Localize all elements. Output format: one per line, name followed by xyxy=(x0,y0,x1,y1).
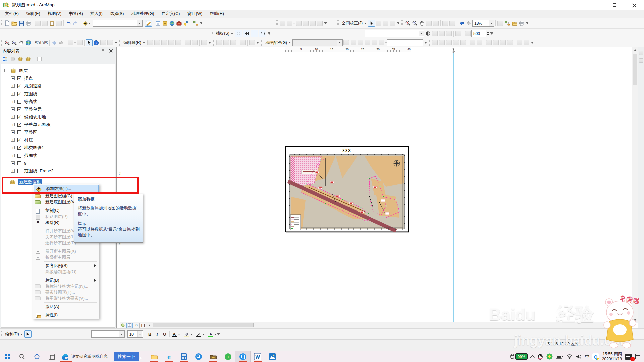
undo-icon[interactable] xyxy=(65,20,72,27)
layer-label[interactable]: 平整单元面积 xyxy=(24,122,50,128)
delete-icon[interactable] xyxy=(55,20,62,27)
notification-icon[interactable]: 3 xyxy=(625,354,632,360)
internet-explorer-button[interactable]: e xyxy=(162,351,176,362)
vertical-scrollbar[interactable] xyxy=(632,47,638,323)
layer-visibility-checkbox[interactable] xyxy=(17,130,21,134)
context-menu-item[interactable]: 属性(I)... xyxy=(33,312,99,318)
smooth-icon[interactable] xyxy=(438,39,445,46)
layout-pan-icon[interactable] xyxy=(418,20,425,27)
layer-row[interactable]: 等高线 xyxy=(1,98,115,105)
list-by-visibility-icon[interactable] xyxy=(17,56,24,62)
layer-label[interactable]: 规划道路 xyxy=(24,83,42,89)
fixed-zoom-in-icon[interactable] xyxy=(442,20,449,27)
volume-icon[interactable] xyxy=(576,354,582,359)
underline-button[interactable]: U xyxy=(161,330,168,338)
layer-group-row[interactable]: 图层 xyxy=(1,67,115,74)
expand-icon[interactable] xyxy=(11,146,15,149)
expand-icon[interactable] xyxy=(11,130,15,134)
georeferencing-layer-combo[interactable] xyxy=(292,39,343,46)
search-window-icon[interactable] xyxy=(168,20,175,27)
go-forward-extent-icon[interactable] xyxy=(465,20,472,27)
change-layout-icon[interactable] xyxy=(511,20,518,27)
battery-icon[interactable] xyxy=(556,354,563,359)
toolbar-overflow-icon[interactable] xyxy=(256,40,260,46)
layer-label[interactable]: 拐点 xyxy=(24,75,33,81)
edit-vertices-icon[interactable] xyxy=(191,39,198,46)
layer-label[interactable]: 平整单元 xyxy=(24,106,42,112)
contrast-icon[interactable] xyxy=(424,30,431,37)
edge-window-button[interactable]: 论文研究董明珠自恋 xyxy=(59,351,110,362)
topology-icon[interactable] xyxy=(279,20,286,27)
select-link-icon[interactable] xyxy=(350,39,357,46)
georeferencing-text-input[interactable] xyxy=(387,39,423,46)
point-snapping-toggle[interactable] xyxy=(235,30,242,37)
select-elements-icon[interactable] xyxy=(86,39,93,46)
table-of-contents-icon[interactable] xyxy=(154,20,161,27)
expand-icon[interactable] xyxy=(11,76,15,80)
menu-item[interactable]: 选择(S) xyxy=(106,10,128,18)
expand-icon[interactable] xyxy=(11,169,15,173)
zoom-in-icon[interactable] xyxy=(4,39,11,46)
autoregister-icon[interactable] xyxy=(357,39,364,46)
fixed-zoom-out-icon[interactable]: ⇲⇱ xyxy=(41,39,48,46)
menu-item[interactable]: 编辑(E) xyxy=(22,10,44,18)
marker-color-button[interactable] xyxy=(207,330,214,338)
toolbar-grip[interactable] xyxy=(401,20,403,26)
layer-label[interactable]: 平整区 xyxy=(24,129,37,135)
copy-icon[interactable] xyxy=(41,20,48,27)
align-edge-icon[interactable] xyxy=(460,39,467,46)
toolbar-overflow-icon[interactable] xyxy=(323,20,328,26)
layer-label[interactable]: 范围线_Erase2 xyxy=(24,168,53,174)
draw-menu[interactable]: 绘制(D) xyxy=(4,330,24,338)
swipe-layer-icon[interactable] xyxy=(445,30,452,37)
wifi-icon[interactable] xyxy=(566,354,573,359)
horizontal-scrollbar[interactable]: ↻ ❙❙ xyxy=(120,322,632,328)
toolbar-grip[interactable] xyxy=(1,40,2,46)
toolbar-overflow-icon[interactable] xyxy=(489,31,494,37)
taskbar-clock[interactable]: 15:55 周四 2020/11/19 xyxy=(602,352,622,362)
layer-visibility-checkbox[interactable] xyxy=(17,115,21,119)
expand-icon[interactable] xyxy=(11,161,15,165)
toolbar-grip[interactable] xyxy=(119,40,120,46)
layer-visibility-checkbox[interactable] xyxy=(17,154,21,158)
catalog-window-icon[interactable] xyxy=(161,20,168,27)
toolbar-grip[interactable] xyxy=(276,20,278,26)
end-snapping-toggle[interactable] xyxy=(243,30,250,37)
action-center-icon[interactable] xyxy=(635,354,641,359)
fixed-zoom-in-icon[interactable]: ⇱⇲ xyxy=(34,39,41,46)
close-icon[interactable] xyxy=(109,49,113,53)
documents-folder-button[interactable] xyxy=(206,351,221,362)
layer-group-label[interactable]: 图层 xyxy=(19,68,28,74)
add-data-icon[interactable] xyxy=(81,20,88,27)
zoom-to-layer-icon[interactable] xyxy=(371,39,378,46)
arctoolbox-icon[interactable] xyxy=(175,20,182,27)
start-button[interactable] xyxy=(0,351,15,362)
topology-errors-icon[interactable] xyxy=(295,20,302,27)
expand-icon[interactable] xyxy=(11,138,15,142)
toolbar-overflow-icon[interactable] xyxy=(423,40,428,46)
context-menu-item[interactable]: 参考比例(S) xyxy=(33,263,99,269)
layer-row[interactable]: 9 xyxy=(1,159,115,167)
go-back-extent-icon[interactable] xyxy=(458,20,465,27)
union-icon[interactable] xyxy=(523,39,530,46)
layer-row[interactable]: 村庄 xyxy=(1,136,115,144)
effects-layer-combo[interactable] xyxy=(365,30,424,37)
generalize-icon[interactable] xyxy=(476,39,483,46)
trace-icon[interactable] xyxy=(175,39,182,46)
reshape-icon[interactable] xyxy=(201,39,208,46)
python-window-icon[interactable] xyxy=(182,20,190,27)
explode-icon[interactable] xyxy=(469,39,476,46)
buffer-icon[interactable] xyxy=(516,39,523,46)
scroll-up-icon[interactable] xyxy=(632,47,638,53)
expand-icon[interactable] xyxy=(11,100,15,103)
identify-icon[interactable] xyxy=(93,39,100,46)
topology-inspector-icon[interactable] xyxy=(316,20,323,27)
clear-selection-icon[interactable] xyxy=(76,39,83,46)
layer-row[interactable]: 范围线 xyxy=(1,90,115,98)
docked-tab-icon[interactable] xyxy=(639,51,643,55)
menu-item[interactable]: 自定义(C) xyxy=(158,10,184,18)
menu-item[interactable]: 视图(V) xyxy=(44,10,65,18)
font-color-button[interactable]: A xyxy=(171,330,178,338)
layer-row[interactable]: 平整单元面积 xyxy=(1,121,115,128)
toolbar-overflow-icon[interactable] xyxy=(530,40,534,46)
